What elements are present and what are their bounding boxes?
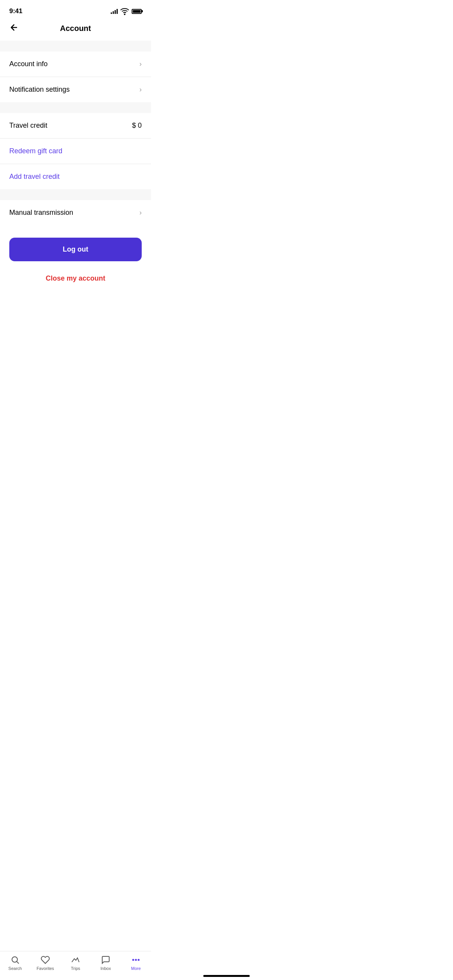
chevron-icon: › [139,86,142,94]
signal-icon [111,9,118,14]
chevron-icon: › [139,60,142,68]
manual-transmission-item[interactable]: Manual transmission › [0,200,151,225]
section-divider-top [0,41,151,51]
account-info-label: Account info [9,60,48,68]
back-button[interactable] [8,21,20,36]
redeem-gift-card-label: Redeem gift card [9,147,62,155]
logout-button[interactable]: Log out [9,238,142,261]
section-divider-2 [0,102,151,113]
add-travel-credit-item[interactable]: Add travel credit [0,164,151,189]
notification-settings-item[interactable]: Notification settings › [0,77,151,102]
wifi-icon [120,7,129,16]
notification-settings-label: Notification settings [9,86,70,94]
svg-point-0 [124,14,125,15]
actions-section: Log out Close my account [0,225,151,293]
add-travel-credit-label: Add travel credit [9,173,60,181]
manual-transmission-right: › [139,209,142,217]
page-header: Account [0,19,151,41]
bottom-spacer [0,293,151,331]
status-icons [111,7,142,16]
travel-credit-value: $ 0 [132,122,142,130]
account-info-right: › [139,60,142,68]
travel-credit-item: Travel credit $ 0 [0,113,151,138]
notification-settings-right: › [139,86,142,94]
travel-credit-right: $ 0 [132,122,142,130]
chevron-icon: › [139,209,142,217]
section-divider-5 [0,189,151,200]
travel-credit-label: Travel credit [9,122,47,130]
redeem-gift-card-item[interactable]: Redeem gift card [0,139,151,164]
page-title: Account [60,24,91,33]
status-bar: 9:41 [0,0,151,19]
close-account-button[interactable]: Close my account [9,271,142,286]
status-time: 9:41 [9,7,22,15]
battery-icon [132,9,142,14]
manual-transmission-label: Manual transmission [9,209,73,217]
account-info-item[interactable]: Account info › [0,51,151,77]
